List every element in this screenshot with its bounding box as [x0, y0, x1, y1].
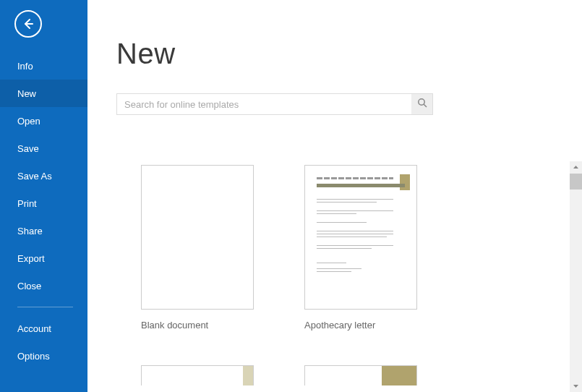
sidebar-item-label: Save	[17, 143, 39, 154]
template-thumb	[304, 165, 417, 310]
sidebar-item-share[interactable]: Share	[0, 217, 87, 244]
svg-point-5	[418, 99, 424, 105]
sidebar-item-label: Close	[17, 281, 41, 291]
template-thumb	[141, 165, 254, 310]
template-tile-partial[interactable]	[141, 365, 254, 385]
template-thumb	[141, 365, 254, 385]
content-area: New Blank document	[87, 0, 582, 392]
template-thumb	[304, 365, 417, 385]
sidebar-item-label: Open	[17, 116, 40, 127]
template-gallery: Blank document	[116, 165, 569, 392]
sidebar-divider	[17, 307, 73, 307]
sidebar-item-info[interactable]: Info	[0, 52, 87, 80]
sidebar-item-label: Info	[17, 61, 33, 72]
sidebar-item-save-as[interactable]: Save As	[0, 162, 87, 189]
template-tile-apothecary[interactable]: Apothecary letter	[304, 165, 417, 331]
sidebar-item-export[interactable]: Export	[0, 244, 87, 272]
vertical-scrollbar[interactable]	[570, 161, 582, 392]
search-input[interactable]	[116, 93, 411, 115]
sidebar-item-label: Options	[17, 351, 50, 362]
sidebar-item-label: Account	[17, 323, 51, 334]
template-label: Apothecary letter	[304, 320, 417, 331]
backstage-sidebar: Info New Open Save Save As Print Share E…	[0, 0, 87, 392]
template-label: Blank document	[141, 320, 254, 331]
sidebar-item-account[interactable]: Account	[0, 315, 87, 342]
template-tile-partial[interactable]	[304, 365, 417, 385]
sidebar-item-label: New	[17, 88, 36, 99]
sidebar-item-print[interactable]: Print	[0, 189, 87, 217]
search-row	[116, 93, 433, 115]
sidebar-item-new[interactable]: New	[0, 80, 87, 107]
page-title: New	[116, 38, 569, 70]
sidebar-item-label: Export	[17, 253, 45, 264]
scroll-up-icon[interactable]	[570, 161, 582, 174]
sidebar-item-label: Save As	[17, 171, 52, 182]
sidebar-item-label: Print	[17, 198, 37, 209]
sidebar-item-options[interactable]: Options	[0, 342, 87, 370]
search-button[interactable]	[411, 93, 433, 115]
sidebar-item-close[interactable]: Close	[0, 272, 87, 299]
sidebar-item-label: Share	[17, 226, 43, 237]
scroll-down-icon[interactable]	[570, 380, 582, 392]
scroll-thumb[interactable]	[570, 174, 582, 189]
sidebar-item-open[interactable]: Open	[0, 107, 87, 135]
back-button[interactable]	[14, 10, 42, 38]
sidebar-item-save[interactable]: Save	[0, 135, 87, 162]
svg-line-6	[424, 104, 427, 107]
template-tile-blank[interactable]: Blank document	[141, 165, 254, 331]
search-icon	[417, 98, 427, 111]
